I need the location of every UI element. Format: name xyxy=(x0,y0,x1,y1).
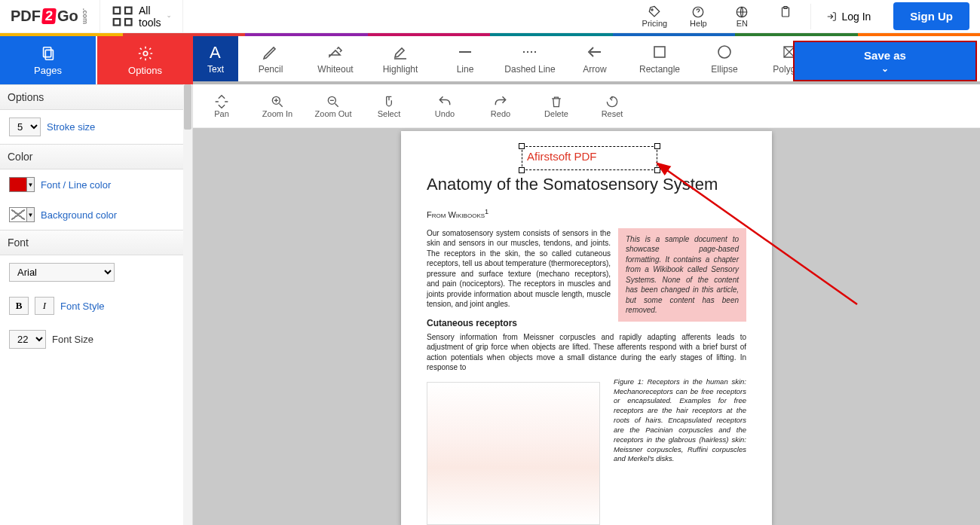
tool-zoomin[interactable]: Zoom In xyxy=(256,87,299,124)
italic-button[interactable]: I xyxy=(35,297,54,315)
viewport[interactable]: Afirstsoft PDF Anatomy of the Somatosens… xyxy=(193,128,980,525)
tool-dashed[interactable]: Dashed Line xyxy=(498,36,562,81)
select-icon xyxy=(381,94,397,109)
svg-point-11 xyxy=(143,51,148,56)
svg-rect-1 xyxy=(125,8,132,14)
pdf-page[interactable]: Afirstsoft PDF Anatomy of the Somatosens… xyxy=(401,131,772,525)
clipboard-icon xyxy=(779,5,792,19)
tool-whiteout[interactable]: Whiteout xyxy=(303,36,368,81)
language-selector[interactable]: EN xyxy=(720,0,764,32)
bg-color-swatch[interactable]: ▼ xyxy=(9,207,35,222)
tool-highlight[interactable]: Highlight xyxy=(368,36,433,81)
figure-image xyxy=(427,382,600,525)
undo-icon xyxy=(437,94,452,109)
font-section-label: Font xyxy=(0,230,192,255)
ellipse-icon xyxy=(715,43,733,61)
pages-icon xyxy=(40,45,57,62)
chevron-down-icon xyxy=(167,12,170,21)
text-edit-box[interactable]: Afirstsoft PDF xyxy=(522,146,657,170)
bold-button[interactable]: B xyxy=(9,297,29,315)
scrollbar[interactable] xyxy=(183,84,192,525)
signup-button[interactable]: Sign Up xyxy=(893,2,969,30)
login-icon xyxy=(826,11,837,22)
gear-icon xyxy=(137,45,154,62)
all-tools-label: All tools xyxy=(139,5,161,29)
annotation-text[interactable]: Afirstsoft PDF xyxy=(522,147,657,166)
svg-rect-9 xyxy=(43,47,51,56)
font-style-label: Font Style xyxy=(60,301,105,312)
color-section-label: Color xyxy=(0,144,192,169)
tool-arrow[interactable]: Arrow xyxy=(562,36,627,81)
reset-icon xyxy=(605,94,620,109)
tool-text[interactable]: AText xyxy=(193,36,238,81)
tool-pan[interactable]: Pan xyxy=(201,87,243,124)
grid-icon xyxy=(112,6,133,26)
zoomin-icon xyxy=(270,94,285,109)
tool-pencil[interactable]: Pencil xyxy=(238,36,303,81)
font-family-select[interactable]: Arial xyxy=(9,263,115,282)
tool-redo[interactable]: Redo xyxy=(479,87,522,124)
logo[interactable]: PDF 2 Go .com xyxy=(0,0,100,32)
help-link[interactable]: Help xyxy=(676,0,720,32)
logo-text-1: PDF xyxy=(11,8,41,25)
delete-icon xyxy=(549,94,564,109)
svg-point-4 xyxy=(651,8,653,10)
whiteout-icon xyxy=(326,43,345,61)
divider xyxy=(810,4,811,29)
font-color-swatch[interactable]: ▼ xyxy=(9,177,35,192)
svg-rect-0 xyxy=(113,8,120,14)
svg-rect-3 xyxy=(125,19,132,26)
save-as-button[interactable]: Save as ⌄ xyxy=(793,41,977,81)
pan-icon xyxy=(214,94,229,109)
logo-text-3: Go xyxy=(57,8,78,25)
font-size-label: Font Size xyxy=(52,334,93,345)
dashed-icon xyxy=(521,43,539,61)
tool-rectangle[interactable]: Rectangle xyxy=(627,36,692,81)
chevron-down-icon: ⌄ xyxy=(881,63,889,74)
clipboard-button[interactable] xyxy=(764,0,807,32)
pages-button[interactable]: Pages xyxy=(0,36,96,84)
svg-text:A: A xyxy=(210,43,221,61)
text-icon: A xyxy=(207,43,225,61)
figure-caption: Figure 1: Receptors in the human skin: M… xyxy=(614,377,746,525)
logo-suffix: .com xyxy=(81,8,89,24)
help-icon xyxy=(691,5,705,19)
bg-color-label: Background color xyxy=(41,209,117,221)
arrow-icon xyxy=(586,43,604,61)
font-size-select[interactable]: 22 xyxy=(9,330,46,349)
doc-title: Anatomy of the Somatosensory System xyxy=(427,175,746,194)
svg-line-19 xyxy=(280,103,283,106)
line-icon xyxy=(456,43,474,61)
sample-note-box: This is a sample document to showcase pa… xyxy=(618,228,746,322)
highlight-icon xyxy=(391,43,409,61)
redo-icon xyxy=(493,94,508,109)
tool-undo[interactable]: Undo xyxy=(424,87,466,124)
all-tools-dropdown[interactable]: All tools xyxy=(100,0,183,32)
svg-rect-10 xyxy=(45,50,53,60)
sidebar: Options 5 Stroke size Color ▼ Font / Lin… xyxy=(0,84,193,525)
tool-line[interactable]: Line xyxy=(433,36,498,81)
paragraph-2: Sensory information from Meissner corpus… xyxy=(427,332,746,373)
stroke-size-select[interactable]: 5 xyxy=(9,118,41,136)
pencil-icon xyxy=(262,43,280,61)
svg-line-23 xyxy=(335,103,338,106)
login-button[interactable]: Log In xyxy=(814,11,883,23)
secondary-toolbar: PanZoom InZoom OutSelectUndoRedoDeleteRe… xyxy=(193,84,980,128)
tool-zoomout[interactable]: Zoom Out xyxy=(312,87,354,124)
tag-icon xyxy=(648,5,661,19)
rectangle-icon xyxy=(651,43,669,61)
doc-source: From Wikibooks1 xyxy=(427,208,746,219)
logo-text-2: 2 xyxy=(41,8,57,24)
tool-delete[interactable]: Delete xyxy=(535,87,577,124)
options-button[interactable]: Options xyxy=(97,36,193,84)
stroke-size-label: Stroke size xyxy=(47,121,95,133)
pricing-link[interactable]: Pricing xyxy=(632,0,676,32)
svg-point-17 xyxy=(718,46,730,58)
svg-rect-2 xyxy=(113,19,120,26)
font-color-label: Font / Line color xyxy=(41,179,111,191)
options-section-label: Options xyxy=(0,84,192,110)
tool-select[interactable]: Select xyxy=(368,87,410,124)
tool-reset[interactable]: Reset xyxy=(591,87,633,124)
svg-rect-16 xyxy=(654,47,665,57)
tool-ellipse[interactable]: Ellipse xyxy=(692,36,757,81)
